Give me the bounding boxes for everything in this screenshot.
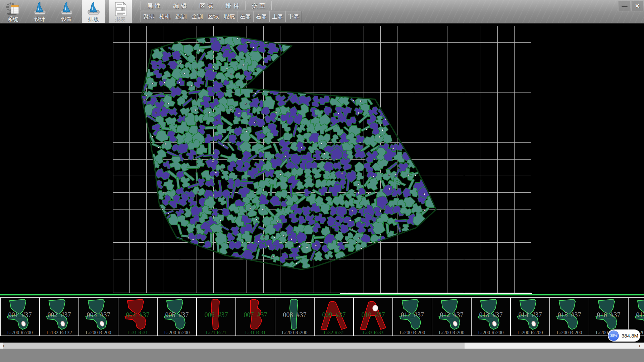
piece-lr-count: L:32 R:31: [315, 330, 353, 336]
piece-cell-008_#37[interactable]: 008_#37L:200 R:200: [275, 297, 315, 336]
piece-name: 001_#37: [1, 311, 39, 319]
memory-badge: 38% 384.8M: [608, 329, 640, 342]
tool-button-cluster-nest[interactable]: 聚排: [141, 11, 157, 22]
tab-region[interactable]: 区域: [193, 1, 219, 10]
tool-button-cut-all[interactable]: 全割: [189, 11, 205, 22]
piece-cell-005_#37[interactable]: 005_#37L:200 R:200: [157, 297, 197, 336]
icon-button-settings[interactable]: 设置: [55, 0, 78, 23]
piece-lr-count: L:200 R:200: [432, 330, 471, 336]
memory-text: 384.8M: [622, 333, 638, 339]
piece-lr-count: L:200 R:200: [472, 330, 510, 336]
main-icon-strip: 系统设计设置排版报表: [1, 0, 132, 23]
piece-name: 003_#37: [79, 311, 118, 319]
piece-name: 012_#37: [432, 311, 471, 319]
piece-cell-012_#37[interactable]: 012_#37L:200 R:200: [432, 297, 472, 336]
piece-name: 004_#37: [118, 311, 157, 319]
report-doc-icon: [113, 2, 128, 16]
piece-cell-009_#37[interactable]: 009_#37L:32 R:31: [314, 297, 354, 336]
piece-cell-001_#37[interactable]: 001_#37L:700 R:700: [0, 297, 40, 336]
tool-button-defect[interactable]: 瑕疵: [221, 11, 237, 22]
piece-name: 017_#37: [629, 311, 644, 319]
piece-name: 006_#37: [197, 311, 235, 319]
application-window: 系统设计设置排版报表 属性编辑区域排料交互 聚排相机选割全割区域瑕疵左靠右靠上靠…: [0, 0, 644, 362]
tab-properties[interactable]: 属性: [141, 1, 167, 10]
scroll-left-button[interactable]: ‹: [1, 343, 7, 349]
piece-lr-count: L:132 R:132: [40, 330, 78, 336]
icon-button-label: 设计: [35, 16, 45, 22]
piece-name: 009_#37: [315, 311, 353, 319]
piece-cell-002_#37[interactable]: 002_#37L:132 R:132: [39, 297, 79, 336]
tool-button-snap-bottom[interactable]: 下靠: [285, 11, 302, 22]
piece-name: 013_#37: [472, 311, 510, 319]
progress-circle: 38%: [608, 330, 619, 341]
chevron-right-icon: ›: [639, 343, 641, 348]
piece-cell-007_#37[interactable]: 007_#37L:31 R:31: [235, 297, 275, 336]
canvas-hscrollbar-thumb[interactable]: [340, 293, 532, 294]
nested-pieces: [140, 30, 437, 276]
piece-lr-count: L:200 R:200: [79, 330, 118, 336]
scroll-right-button[interactable]: ›: [637, 343, 643, 349]
tool-button-snap-left[interactable]: 左靠: [237, 11, 254, 22]
piece-lr-count: L:200 R:200: [158, 330, 196, 336]
piece-thumbnail-strip: 001_#37L:700 R:700002_#37L:132 R:132003_…: [0, 297, 644, 336]
piece-lr-count: L:700 R:700: [1, 330, 39, 336]
progress-percent: 38%: [610, 334, 617, 338]
close-button[interactable]: ✕: [631, 1, 643, 11]
punch-hole: [373, 305, 378, 311]
close-icon: ✕: [635, 3, 640, 10]
green-divider-lines: [0, 294, 644, 297]
icon-button-label: 系统: [8, 16, 18, 22]
tool-button-camera[interactable]: 相机: [157, 11, 173, 22]
piece-cell-011_#37[interactable]: 011_#37L:200 R:200: [392, 297, 432, 336]
nesting-canvas[interactable]: [0, 23, 644, 293]
scrollbar-thumb[interactable]: [3, 343, 465, 349]
icon-button-label: 排版: [88, 16, 99, 22]
icon-button-report[interactable]: 报表: [109, 0, 132, 23]
piece-lr-count: L:21 R:21: [197, 330, 235, 336]
gear-table-icon: [5, 2, 21, 16]
minimize-button[interactable]: —: [618, 1, 630, 11]
tool-button-row: 聚排相机选割全割区域瑕疵左靠右靠上靠下靠: [141, 11, 302, 22]
piece-name: 002_#37: [40, 311, 78, 319]
icon-button-layout[interactable]: 排版: [82, 0, 105, 23]
piece-name: 010_#37: [354, 311, 392, 319]
tab-edit[interactable]: 编辑: [167, 1, 193, 10]
status-bar: [0, 349, 644, 362]
piece-lr-count: L:31 R:31: [236, 330, 275, 336]
piece-lr-count: L:33 R:33: [354, 330, 392, 336]
strip-separator: [0, 293, 644, 297]
piece-lr-count: L:200 R:200: [511, 330, 549, 336]
piece-name: 014_#37: [511, 311, 549, 319]
icon-button-design[interactable]: 设计: [28, 0, 51, 23]
piece-cell-003_#37[interactable]: 003_#37L:200 R:200: [78, 297, 118, 336]
tab-nesting[interactable]: 排料: [219, 1, 246, 10]
piece-name: 005_#37: [158, 311, 196, 319]
window-controls: — ✕: [618, 1, 643, 11]
piece-name: 015_#37: [550, 311, 589, 319]
horizontal-scrollbar: ‹ ›: [0, 343, 644, 349]
set-square-icon: [32, 2, 48, 16]
piece-lr-count: L:200 R:200: [550, 330, 589, 336]
tool-button-region[interactable]: 区域: [205, 11, 221, 22]
piece-cell-004_#37[interactable]: 004_#37L:31 R:31: [118, 297, 158, 336]
icon-button-label: 报表: [115, 16, 126, 22]
piece-lr-count: L:200 R:200: [275, 330, 314, 336]
piece-cell-015_#37[interactable]: 015_#37L:200 R:200: [549, 297, 589, 336]
tool-button-snap-right[interactable]: 右靠: [253, 11, 270, 22]
chevron-left-icon: ‹: [3, 343, 5, 348]
piece-cell-013_#37[interactable]: 013_#37L:200 R:200: [471, 297, 511, 336]
icon-button-system[interactable]: 系统: [1, 0, 24, 23]
piece-cell-006_#37[interactable]: 006_#37L:21 R:21: [196, 297, 236, 336]
minimize-icon: —: [622, 3, 627, 9]
piece-name: 007_#37: [236, 311, 275, 319]
menu-tab-row: 属性编辑区域排料交互: [141, 1, 272, 10]
set-square-icon: [59, 2, 74, 16]
piece-cell-010_#37[interactable]: 010_#37L:33 R:33: [353, 297, 393, 336]
piece-name: 008_#37: [275, 311, 314, 319]
tab-interact[interactable]: 交互: [245, 1, 272, 10]
piece-name: 016_#37: [589, 311, 628, 319]
tool-button-snap-top[interactable]: 上靠: [269, 11, 286, 22]
set-square-icon: [86, 2, 101, 16]
piece-cell-014_#37[interactable]: 014_#37L:200 R:200: [510, 297, 550, 336]
tool-button-select-cut[interactable]: 选割: [173, 11, 189, 22]
